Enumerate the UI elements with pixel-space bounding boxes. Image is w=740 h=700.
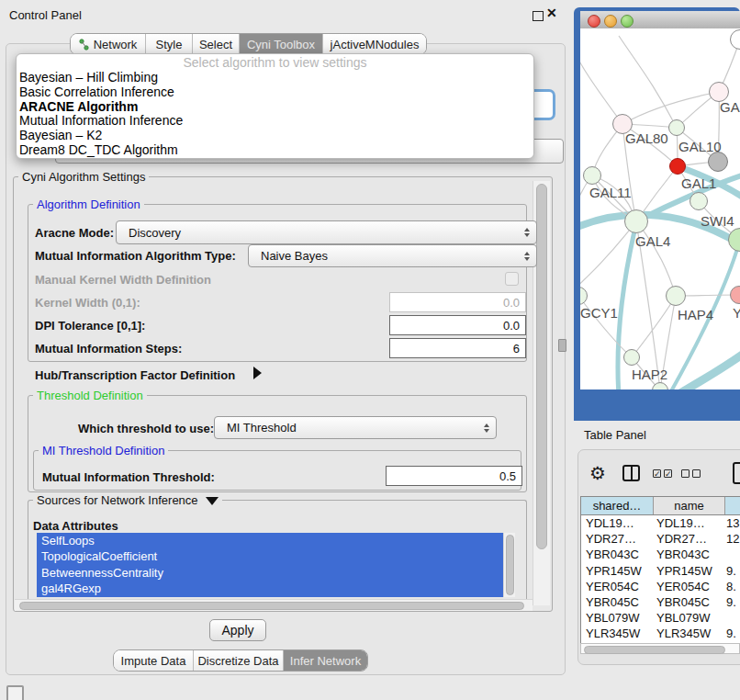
network-node[interactable]: [690, 192, 708, 210]
dpi-tolerance-field[interactable]: 0.0: [389, 315, 526, 335]
which-threshold-label: Which threshold to use:: [78, 422, 214, 435]
algorithm-item[interactable]: Mutual Information Inference: [17, 114, 533, 129]
table-row[interactable]: YBL079W YBL079W: [581, 610, 740, 626]
unchecked-columns-icon[interactable]: [681, 469, 690, 478]
apply-button[interactable]: Apply: [209, 619, 266, 641]
tab-cyni-toolbox-label: Cyni Toolbox: [247, 38, 315, 51]
table-row[interactable]: YDR27… YDR27… 12: [581, 531, 740, 547]
checked-columns-icon[interactable]: ✓: [664, 469, 672, 478]
control-panel-title: Control Panel: [9, 8, 82, 22]
tab-style[interactable]: Style: [146, 34, 193, 54]
cell-shared-name: YBR043C: [581, 548, 654, 561]
attribute-item[interactable]: gal4RGexp: [37, 581, 503, 596]
stepper-arrows-icon: [524, 252, 530, 261]
checked-columns-icon[interactable]: ✓: [653, 469, 661, 478]
mi-steps-field[interactable]: 6: [389, 338, 526, 358]
cell-value: 9.: [726, 564, 740, 578]
split-columns-icon[interactable]: [622, 465, 640, 481]
cell-name: YLR345W: [654, 627, 726, 640]
which-threshold-combo[interactable]: MI Threshold: [214, 416, 497, 439]
dpi-tolerance-label: DPI Tolerance [0,1]:: [35, 319, 145, 333]
gear-icon[interactable]: ⚙: [589, 463, 606, 483]
network-node[interactable]: [666, 286, 686, 306]
network-node-selected[interactable]: [669, 158, 686, 175]
tab-network[interactable]: Network: [71, 34, 146, 54]
node-label: GCY1: [580, 305, 618, 321]
network-window-titlebar[interactable]: [580, 11, 740, 29]
mi-threshold-field[interactable]: 0.5: [386, 466, 522, 486]
maximize-window-icon[interactable]: [621, 15, 633, 28]
algorithm-popup: Select algorithm to view settings Bayesi…: [16, 53, 534, 159]
mi-threshold-value: 0.5: [499, 469, 516, 483]
table-row[interactable]: YLR345W YLR345W 9.: [581, 626, 740, 641]
attribute-item[interactable]: BetweennessCentrality: [37, 565, 503, 581]
table-row[interactable]: YDL19… YDL19… 13: [581, 515, 740, 531]
network-node[interactable]: [623, 349, 640, 366]
network-node[interactable]: [624, 209, 648, 233]
mi-type-combo[interactable]: Naive Bayes: [248, 244, 537, 267]
settings-vscrollbar-thumb[interactable]: [536, 184, 547, 549]
stepper-arrows-icon: [484, 423, 489, 433]
table-function-icon[interactable]: [733, 462, 740, 484]
table-row[interactable]: YPR145W YPR145W 9.: [581, 563, 740, 579]
algorithm-item[interactable]: Bayesian – K2: [17, 129, 533, 143]
apply-button-label: Apply: [221, 623, 253, 638]
minimize-window-icon[interactable]: [604, 15, 617, 28]
algorithm-item[interactable]: Dream8 DC_TDC Algorithm: [17, 143, 533, 158]
network-node[interactable]: [668, 119, 685, 136]
algorithm-item[interactable]: Bayesian – Hill Climbing: [17, 71, 533, 85]
kernel-width-value: 0.0: [503, 296, 520, 310]
settings-hscrollbar[interactable]: [15, 599, 533, 611]
attribute-item[interactable]: TopologicalCoefficient: [37, 548, 503, 564]
node-label: HAP4: [678, 307, 713, 322]
float-panel-icon[interactable]: [533, 11, 544, 21]
manual-kernel-checkbox[interactable]: [505, 272, 519, 286]
table-row[interactable]: YBR045C YBR045C 9.: [581, 594, 740, 610]
expander-right-arrow-icon[interactable]: [253, 367, 262, 379]
cell-value: 12: [726, 532, 740, 546]
table-row[interactable]: YER054C YER054C 8.: [581, 579, 740, 594]
tab-infer-network[interactable]: Infer Network: [284, 650, 367, 671]
hub-definition-expander[interactable]: Hub/Transcription Factor Definition: [35, 368, 235, 382]
tab-jactivemnodules-label: jActiveMNodules: [331, 38, 420, 51]
column-header-shared-name[interactable]: shared…: [581, 497, 654, 514]
hub-definition-label: Hub/Transcription Factor Definition: [35, 368, 235, 382]
tab-select[interactable]: Select: [193, 34, 240, 54]
close-panel-icon[interactable]: ✕: [546, 6, 557, 20]
column-header-name[interactable]: name: [654, 497, 725, 514]
node-label: GAL10: [678, 139, 722, 154]
collapsed-panel-icon[interactable]: [6, 685, 24, 700]
settings-hscrollbar-thumb[interactable]: [19, 602, 524, 610]
tab-impute-data[interactable]: Impute Data: [114, 650, 194, 671]
splitter-grip[interactable]: [558, 339, 566, 352]
sources-group-title[interactable]: Sources for Network Inference: [33, 494, 222, 507]
algorithm-item-selected[interactable]: ARACNE Algorithm: [17, 100, 533, 115]
close-window-icon[interactable]: [588, 15, 600, 28]
network-node[interactable]: [708, 152, 728, 172]
network-canvas[interactable]: GAL GAL80 GAL10 GAL1 GAL11 SWI4 GAL4 GCY…: [580, 28, 740, 390]
collapse-down-arrow-icon[interactable]: [206, 497, 219, 505]
table-row[interactable]: YBR043C YBR043C: [581, 547, 740, 562]
kernel-width-field[interactable]: 0.0: [389, 292, 526, 312]
table-hscrollbar[interactable]: [580, 643, 740, 654]
tab-discretize-data[interactable]: Discretize Data: [194, 650, 284, 671]
attributes-vscrollbar-thumb[interactable]: [506, 535, 514, 595]
node-label: GAL1: [681, 175, 716, 191]
tab-jactivemnodules[interactable]: jActiveMNodules: [323, 34, 426, 54]
unchecked-columns-icon[interactable]: [692, 469, 701, 478]
table-hscrollbar-thumb[interactable]: [584, 646, 725, 654]
attribute-item[interactable]: SelfLoops: [37, 533, 503, 548]
column-header-partial[interactable]: [725, 497, 740, 514]
network-node[interactable]: [583, 166, 601, 185]
attributes-vscrollbar[interactable]: [503, 533, 515, 597]
cell-shared-name: YDR27…: [581, 532, 654, 546]
tab-cyni-toolbox[interactable]: Cyni Toolbox: [240, 34, 323, 54]
aracne-mode-combo[interactable]: Discovery: [116, 220, 537, 244]
control-panel-tabbar: Network Style Select Cyni Toolbox jActiv…: [70, 33, 427, 55]
mi-type-label: Mutual Information Algorithm Type:: [35, 249, 236, 263]
cell-name: YBR043C: [654, 548, 726, 561]
data-attributes-label: Data Attributes: [33, 519, 118, 533]
algorithm-item[interactable]: Basic Correlation Inference: [17, 85, 533, 100]
manual-kernel-label: Manual Kernel Width Definition: [35, 273, 211, 287]
bottom-tabbar: Impute Data Discretize Data Infer Networ…: [113, 649, 368, 672]
